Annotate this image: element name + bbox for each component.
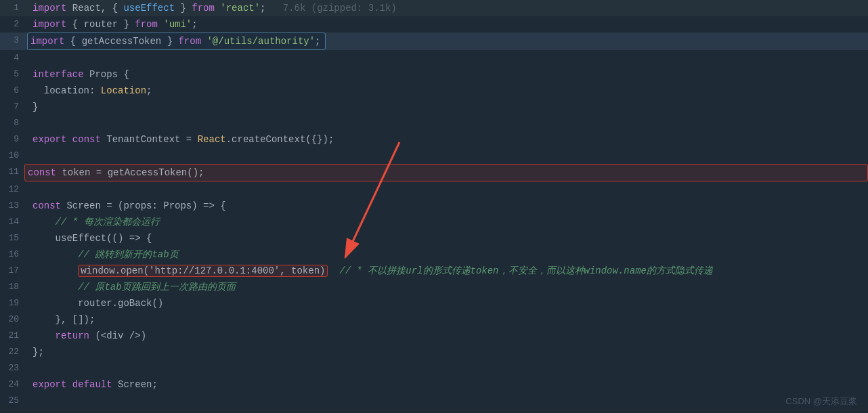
code-line: 16 // 跳转到新开的tab页 bbox=[0, 246, 868, 263]
line-content: // * 每次渲染都会运行 bbox=[27, 214, 868, 230]
line-number: 6 bbox=[0, 83, 27, 99]
line-number: 18 bbox=[0, 279, 27, 295]
code-line: 18 // 原tab页跳回到上一次路由的页面 bbox=[0, 279, 868, 295]
line-content: router.goBack() bbox=[27, 295, 868, 311]
line-number: 22 bbox=[0, 344, 27, 360]
code-line: 5interface Props { bbox=[0, 66, 868, 83]
code-line: 14 // * 每次渲染都会运行 bbox=[0, 214, 868, 230]
line-number: 16 bbox=[0, 246, 27, 263]
code-line: 22}; bbox=[0, 344, 868, 360]
code-line: 1import React, { useEffect } from 'react… bbox=[0, 0, 868, 16]
line-content: return (<div />) bbox=[27, 328, 868, 344]
line-number: 5 bbox=[0, 66, 27, 83]
line-content: import { router } from 'umi'; bbox=[27, 16, 868, 32]
code-line: 17 window.open('http://127.0.0.1:4000', … bbox=[0, 263, 868, 279]
code-line: 13const Screen = (props: Props) => { bbox=[0, 198, 868, 214]
watermark: CSDN @天添豆浆 bbox=[785, 395, 857, 408]
line-number: 15 bbox=[0, 230, 27, 246]
line-number: 2 bbox=[0, 16, 27, 32]
line-number: 24 bbox=[0, 376, 27, 393]
code-line: 24export default Screen; bbox=[0, 376, 868, 393]
line-number: 1 bbox=[0, 0, 27, 16]
line-content: // 跳转到新开的tab页 bbox=[27, 246, 868, 263]
code-line: 25 bbox=[0, 393, 868, 409]
line-content: }, []); bbox=[27, 311, 868, 328]
code-line: 21 return (<div />) bbox=[0, 328, 868, 344]
line-number: 12 bbox=[0, 181, 27, 198]
code-line: 11const token = getAccessToken(); bbox=[0, 164, 868, 181]
code-line: 3import { getAccessToken } from '@/utils… bbox=[0, 32, 868, 50]
code-line: 19 router.goBack() bbox=[0, 295, 868, 311]
line-content: // 原tab页跳回到上一次路由的页面 bbox=[27, 279, 868, 295]
line-content: import React, { useEffect } from 'react'… bbox=[27, 0, 868, 16]
code-line: 8 bbox=[0, 115, 868, 131]
line-content: const token = getAccessToken(); bbox=[24, 164, 868, 181]
code-editor: 1import React, { useEffect } from 'react… bbox=[0, 0, 868, 409]
code-line: 6 location: Location; bbox=[0, 83, 868, 99]
line-content: const Screen = (props: Props) => { bbox=[27, 198, 868, 214]
line-content: }; bbox=[27, 344, 868, 360]
line-number: 17 bbox=[0, 263, 27, 279]
line-number: 8 bbox=[0, 115, 27, 131]
line-content: } bbox=[27, 99, 868, 115]
line-content: import { getAccessToken } from '@/utils/… bbox=[24, 32, 868, 50]
code-line: 20 }, []); bbox=[0, 311, 868, 328]
line-content: export default Screen; bbox=[27, 376, 868, 393]
line-number: 3 bbox=[0, 32, 27, 49]
code-line: 10 bbox=[0, 148, 868, 164]
line-number: 4 bbox=[0, 50, 27, 66]
code-line: 12 bbox=[0, 181, 868, 198]
code-line: 4 bbox=[0, 50, 868, 66]
line-number: 23 bbox=[0, 360, 27, 376]
line-number: 7 bbox=[0, 99, 27, 115]
code-line: 23 bbox=[0, 360, 868, 376]
line-number: 10 bbox=[0, 148, 27, 164]
line-content: useEffect(() => { bbox=[27, 230, 868, 246]
line-number: 11 bbox=[0, 164, 27, 180]
line-content: interface Props { bbox=[27, 66, 868, 83]
line-number: 14 bbox=[0, 214, 27, 230]
code-line: 7} bbox=[0, 99, 868, 115]
line-content: export const TenantContext = React.creat… bbox=[27, 131, 868, 148]
line-number: 19 bbox=[0, 295, 27, 311]
line-number: 20 bbox=[0, 311, 27, 328]
line-content: window.open('http://127.0.0.1:4000', tok… bbox=[27, 263, 868, 279]
line-number: 21 bbox=[0, 328, 27, 344]
code-line: 15 useEffect(() => { bbox=[0, 230, 868, 246]
line-number: 25 bbox=[0, 393, 27, 409]
line-number: 9 bbox=[0, 131, 27, 148]
line-content: location: Location; bbox=[27, 83, 868, 99]
code-line: 2import { router } from 'umi'; bbox=[0, 16, 868, 32]
line-number: 13 bbox=[0, 198, 27, 214]
code-line: 9export const TenantContext = React.crea… bbox=[0, 131, 868, 148]
